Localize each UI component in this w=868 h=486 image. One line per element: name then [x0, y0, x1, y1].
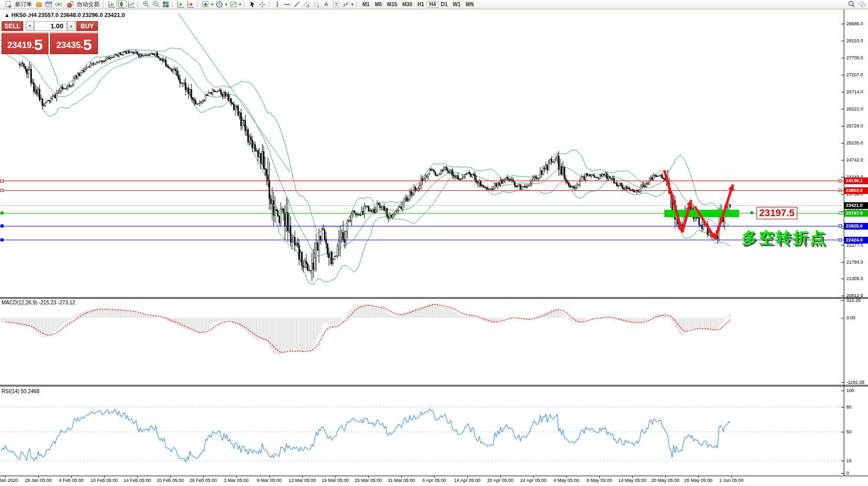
- timeframe-h1[interactable]: H1: [415, 1, 427, 8]
- chat-icon[interactable]: [857, 1, 866, 9]
- timeframe-m5[interactable]: M5: [372, 1, 385, 8]
- candle-bullish: [463, 177, 464, 179]
- horizontal-line-icon[interactable]: [282, 1, 292, 9]
- candle-bearish: [516, 186, 517, 187]
- arrows-caret[interactable]: ▼: [351, 3, 354, 6]
- line-handle[interactable]: [839, 238, 842, 241]
- turning-point-annotation[interactable]: 多空转折点: [742, 228, 827, 249]
- bollinger-upper-band[interactable]: [0, 37, 730, 234]
- candle-bullish: [575, 187, 576, 188]
- sell-price-display[interactable]: 23419.5: [2, 33, 48, 54]
- templates-icon[interactable]: [228, 1, 238, 9]
- templates-caret[interactable]: ▼: [238, 3, 242, 6]
- package-icon[interactable]: [34, 1, 44, 9]
- time-axis-label: 20 Apr 05:00: [487, 478, 513, 483]
- zoom-out-icon[interactable]: [151, 1, 161, 9]
- candle-bearish: [158, 57, 159, 58]
- zoom-in-icon[interactable]: [141, 1, 151, 9]
- equidistant-channel-icon[interactable]: E: [302, 1, 312, 9]
- add-indicator-caret[interactable]: ▼: [210, 3, 214, 6]
- rsi-pane[interactable]: [0, 386, 868, 476]
- fibonacci-icon[interactable]: F: [312, 1, 321, 9]
- candle-bearish: [34, 83, 35, 92]
- bar-chart-icon[interactable]: [107, 1, 117, 9]
- timeframes: M1M5M15M30H1H4D1W1MN: [360, 1, 477, 8]
- candle-bearish: [25, 67, 26, 69]
- pane-divider[interactable]: [0, 297, 868, 299]
- line-handle[interactable]: [839, 212, 842, 215]
- crosshair-icon[interactable]: [257, 1, 267, 9]
- periods-clock-icon[interactable]: [215, 1, 224, 9]
- price-label-handle[interactable]: [750, 212, 753, 214]
- chart-shift-icon[interactable]: [186, 1, 195, 9]
- toolbar-separator: [103, 1, 105, 8]
- line-handle[interactable]: [1, 212, 4, 215]
- line-handle[interactable]: [1, 180, 4, 183]
- line-handle[interactable]: [839, 189, 842, 192]
- timeframe-w1[interactable]: W1: [450, 1, 463, 8]
- text-label-icon[interactable]: T: [331, 1, 341, 9]
- candle-bullish: [249, 137, 250, 142]
- buy-price-display[interactable]: 23435.5: [50, 33, 98, 54]
- candle-bullish: [437, 174, 438, 176]
- volume-increase-button[interactable]: ▲: [67, 21, 75, 31]
- trendline-icon[interactable]: [292, 1, 302, 9]
- timeframe-mn[interactable]: MN: [463, 1, 477, 8]
- candle-bullish: [408, 200, 409, 201]
- search-icon[interactable]: [847, 1, 857, 9]
- candle-bearish: [535, 177, 536, 179]
- cursor-icon[interactable]: [248, 1, 257, 9]
- bollinger-lower-band[interactable]: [0, 47, 730, 285]
- trend-arrow[interactable]: [664, 170, 682, 232]
- timeframe-d1[interactable]: D1: [438, 1, 450, 8]
- signal-icon[interactable]: [54, 1, 63, 9]
- line-handle[interactable]: [1, 189, 4, 192]
- sell-button[interactable]: SELL: [2, 21, 23, 31]
- candle-bearish: [331, 252, 332, 264]
- candlestick-chart-icon[interactable]: [117, 1, 126, 9]
- arrows-icon[interactable]: [341, 1, 351, 9]
- line-handle[interactable]: [1, 224, 4, 228]
- candle-bullish: [236, 106, 237, 107]
- support-price-label[interactable]: 23197.5: [757, 207, 797, 219]
- macd-pane[interactable]: [0, 299, 868, 385]
- timeframe-h4[interactable]: H4: [427, 1, 438, 8]
- candle-bearish: [117, 55, 118, 56]
- vertical-line-icon[interactable]: [272, 1, 282, 9]
- price-axis-tick-label: 25728.0: [846, 123, 863, 128]
- text-icon[interactable]: A: [321, 1, 331, 9]
- tile-windows-icon[interactable]: [161, 1, 171, 9]
- candle-bullish: [68, 85, 69, 88]
- line-handle[interactable]: [839, 180, 842, 183]
- price-pane[interactable]: [0, 9, 868, 297]
- bollinger-middle-band[interactable]: [0, 42, 730, 256]
- chart-window-icon[interactable]: [44, 1, 54, 9]
- line-handle[interactable]: [839, 224, 842, 228]
- candle-bullish: [45, 103, 46, 106]
- candle-bearish: [520, 185, 521, 189]
- candle-bullish: [418, 189, 419, 190]
- volume-decrease-button[interactable]: ▼: [26, 21, 34, 31]
- trendline[interactable]: [178, 13, 290, 172]
- timeframe-m15[interactable]: M15: [385, 1, 400, 8]
- candle-bullish: [136, 52, 137, 53]
- collapse-arrow-icon[interactable]: ▲: [4, 12, 10, 18]
- pane-divider[interactable]: [0, 385, 868, 386]
- auto-trading-button[interactable]: 自动交易: [63, 1, 102, 9]
- periods-caret[interactable]: ▼: [224, 3, 228, 6]
- new-order-button[interactable]: 新订单: [2, 1, 34, 9]
- macd-signal-line[interactable]: [6, 304, 730, 352]
- volume-input[interactable]: 1.00: [34, 21, 67, 31]
- buy-button[interactable]: BUY: [76, 21, 98, 31]
- line-handle[interactable]: [1, 238, 4, 241]
- add-indicator-icon[interactable]: [201, 1, 210, 9]
- timeframe-m30[interactable]: M30: [400, 1, 415, 8]
- rsi-line[interactable]: [2, 409, 731, 462]
- candle-bullish: [659, 175, 660, 176]
- candle-bearish: [457, 175, 458, 179]
- line-chart-icon[interactable]: [126, 1, 136, 9]
- candle-bullish: [528, 185, 529, 186]
- candle-bullish: [29, 69, 30, 70]
- timeframe-m1[interactable]: M1: [360, 1, 372, 8]
- auto-scroll-icon[interactable]: [176, 1, 186, 9]
